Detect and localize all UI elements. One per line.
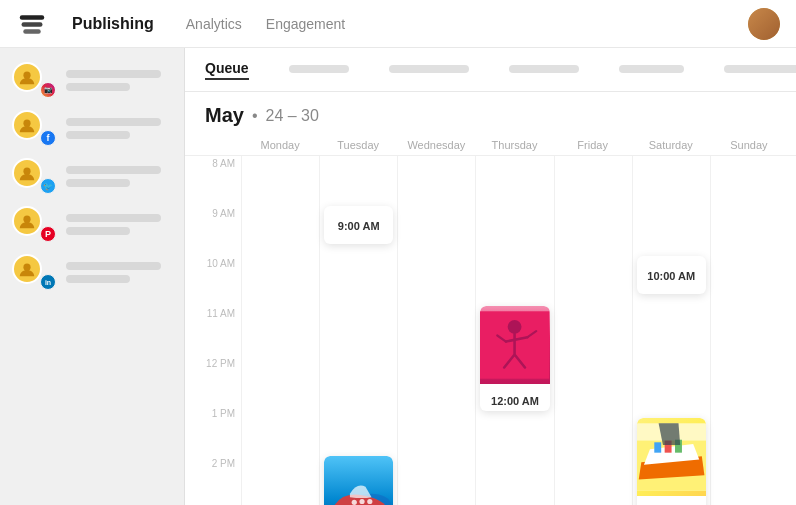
sidebar: 📷 f xyxy=(0,48,185,505)
user-avatar[interactable] xyxy=(748,8,780,40)
svg-point-6 xyxy=(23,216,30,223)
tabs-row: Queue xyxy=(185,48,796,92)
event-tue-4pm[interactable]: 4:00 PM xyxy=(324,456,393,505)
sidebar-item-linkedin[interactable]: in xyxy=(0,248,184,296)
time-8am: 8 AM xyxy=(193,156,241,206)
time-column: 8 AM 9 AM 10 AM 11 AM 12 PM 1 PM 2 PM 3 … xyxy=(193,156,241,505)
time-12pm: 12 PM xyxy=(193,356,241,406)
event-tue-9am[interactable]: 9:00 AM xyxy=(324,206,393,244)
logo[interactable] xyxy=(16,8,48,40)
svg-rect-1 xyxy=(22,22,43,26)
badge-twitter: 🐦 xyxy=(40,178,56,194)
avatar-stack-twitter: 🐦 xyxy=(12,158,56,194)
avatar-stack-facebook: f xyxy=(12,110,56,146)
day-columns: 9:00 AM xyxy=(241,156,788,505)
time-10am: 10 AM xyxy=(193,256,241,306)
sidebar-label-twitter xyxy=(66,166,172,187)
event-image-sneaker xyxy=(637,418,706,496)
avatar-pinterest xyxy=(12,206,42,236)
sidebar-item-twitter[interactable]: 🐦 xyxy=(0,152,184,200)
avatar-stack-linkedin: in xyxy=(12,254,56,290)
svg-point-13 xyxy=(508,320,522,334)
tab-2[interactable] xyxy=(289,65,349,75)
calendar-body: 8 AM 9 AM 10 AM 11 AM 12 PM 1 PM 2 PM 3 … xyxy=(185,156,796,505)
day-header-thursday: Thursday xyxy=(475,135,553,155)
time-2pm: 2 PM xyxy=(193,456,241,505)
calendar-days-header: Monday Tuesday Wednesday Thursday Friday… xyxy=(185,135,796,156)
content-area: Queue May • 24 – 30 Monday Tuesday Wedne… xyxy=(185,48,796,505)
event-time-sat-10am: 10:00 AM xyxy=(647,270,695,282)
svg-point-9 xyxy=(352,500,357,505)
day-header-wednesday: Wednesday xyxy=(397,135,475,155)
sidebar-item-instagram[interactable]: 📷 xyxy=(0,56,184,104)
sidebar-label-instagram xyxy=(66,70,172,91)
calendar-month: May xyxy=(205,104,244,127)
top-nav: Publishing Analytics Engagement xyxy=(0,0,796,48)
nav-links: Analytics Engagement xyxy=(186,16,724,32)
day-col-friday xyxy=(554,156,632,505)
badge-linkedin: in xyxy=(40,274,56,290)
sidebar-label-facebook xyxy=(66,118,172,139)
avatar-stack-pinterest: P xyxy=(12,206,56,242)
time-11am: 11 AM xyxy=(193,306,241,356)
main-layout: 📷 f xyxy=(0,48,796,505)
svg-point-7 xyxy=(23,264,30,271)
day-header-sunday: Sunday xyxy=(710,135,788,155)
svg-rect-18 xyxy=(654,442,661,452)
sidebar-label-pinterest xyxy=(66,214,172,235)
day-col-saturday: 10:00 AM xyxy=(632,156,710,505)
time-1pm: 1 PM xyxy=(193,406,241,456)
svg-point-11 xyxy=(367,499,372,504)
event-time-tue-9am: 9:00 AM xyxy=(338,220,380,232)
day-col-wednesday xyxy=(397,156,475,505)
sidebar-item-pinterest[interactable]: P xyxy=(0,200,184,248)
badge-pinterest: P xyxy=(40,226,56,242)
day-col-sunday xyxy=(710,156,788,505)
event-thu-12am[interactable]: 12:00 AM xyxy=(480,306,549,411)
day-col-monday xyxy=(241,156,319,505)
day-header-tuesday: Tuesday xyxy=(319,135,397,155)
tab-queue[interactable]: Queue xyxy=(205,60,249,80)
avatar-instagram xyxy=(12,62,42,92)
avatar-linkedin xyxy=(12,254,42,284)
day-col-tuesday: 9:00 AM xyxy=(319,156,397,505)
day-header-friday: Friday xyxy=(554,135,632,155)
tab-4[interactable] xyxy=(509,65,579,75)
avatar-stack-instagram: 📷 xyxy=(12,62,56,98)
calendar-grid: Monday Tuesday Wednesday Thursday Friday… xyxy=(185,135,796,505)
event-sat-245pm[interactable]: 2:45 PM xyxy=(637,418,706,505)
calendar-header: May • 24 – 30 xyxy=(185,92,796,135)
event-time-thu-12am: 12:00 AM xyxy=(491,395,539,407)
svg-point-4 xyxy=(23,120,30,127)
nav-analytics[interactable]: Analytics xyxy=(186,16,242,32)
svg-rect-2 xyxy=(23,29,41,33)
event-image-shoe xyxy=(324,456,393,505)
badge-facebook: f xyxy=(40,130,56,146)
page-title: Publishing xyxy=(72,15,154,33)
tab-6[interactable] xyxy=(724,65,796,75)
svg-point-3 xyxy=(23,72,30,79)
badge-instagram: 📷 xyxy=(40,82,56,98)
day-col-thursday: 12:00 AM 5:45 PM xyxy=(475,156,553,505)
svg-point-10 xyxy=(360,499,365,504)
day-header-monday: Monday xyxy=(241,135,319,155)
avatar-twitter xyxy=(12,158,42,188)
event-sat-10am[interactable]: 10:00 AM xyxy=(637,256,706,294)
svg-rect-0 xyxy=(20,15,45,19)
calendar-dot: • xyxy=(252,107,258,125)
tab-3[interactable] xyxy=(389,65,469,75)
calendar-range: 24 – 30 xyxy=(266,107,319,125)
avatar-facebook xyxy=(12,110,42,140)
sidebar-item-facebook[interactable]: f xyxy=(0,104,184,152)
svg-point-5 xyxy=(23,168,30,175)
event-image-yoga xyxy=(480,306,549,384)
time-9am: 9 AM xyxy=(193,206,241,256)
tab-5[interactable] xyxy=(619,65,684,75)
nav-engagement[interactable]: Engagement xyxy=(266,16,345,32)
day-header-saturday: Saturday xyxy=(632,135,710,155)
sidebar-label-linkedin xyxy=(66,262,172,283)
time-header-spacer xyxy=(193,135,241,155)
